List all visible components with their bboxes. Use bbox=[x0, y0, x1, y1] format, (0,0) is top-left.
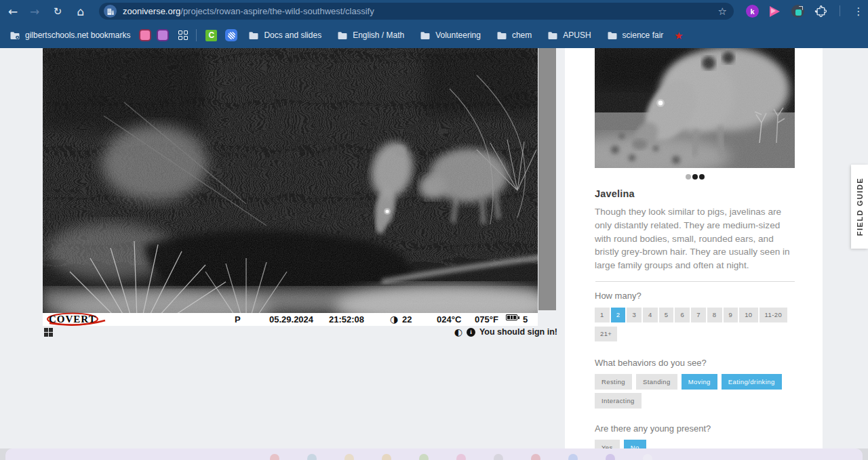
record-square-icon bbox=[795, 9, 802, 16]
panel-divider bbox=[595, 281, 795, 282]
how-many-option-5[interactable]: 5 bbox=[659, 308, 674, 322]
bookmark-label: English / Math bbox=[353, 30, 404, 40]
carousel-dot-2[interactable] bbox=[692, 174, 698, 180]
bookmarks-root-folder[interactable]: gilbertschools.net bookmarks bbox=[9, 30, 130, 40]
shelf-app-icon[interactable] bbox=[270, 454, 279, 460]
screencast-extension-icon[interactable] bbox=[768, 5, 781, 18]
how-many-option-8[interactable]: 8 bbox=[707, 308, 722, 322]
shelf-app-icon[interactable] bbox=[419, 454, 429, 460]
how-many-option-10[interactable]: 10 bbox=[739, 308, 757, 322]
behavior-option-interacting[interactable]: Interacting bbox=[595, 393, 642, 409]
layout-grid-icon[interactable] bbox=[44, 328, 53, 337]
shelf-app-icon[interactable] bbox=[307, 454, 317, 460]
info-icon[interactable]: i bbox=[467, 328, 475, 337]
bookmarks-root-label: gilbertschools.net bookmarks bbox=[25, 30, 130, 40]
species-description: Though they look similar to pigs, javeli… bbox=[595, 205, 795, 272]
folder-icon bbox=[547, 31, 558, 40]
field-guide-label: FIELD GUIDE bbox=[856, 177, 864, 236]
subject-toolbar: ◐ i You should sign in! bbox=[43, 327, 557, 339]
behavior-option-moving[interactable]: Moving bbox=[682, 374, 717, 390]
bookmark-folder-volunteering[interactable]: Volunteering bbox=[420, 30, 481, 40]
pink-app-bookmark-icon[interactable] bbox=[139, 29, 151, 41]
question-young: Are there any young present? bbox=[595, 423, 795, 434]
bookmark-folder-english-math[interactable]: English / Math bbox=[337, 30, 404, 40]
how-many-option-2[interactable]: 2 bbox=[611, 308, 626, 322]
address-bar[interactable]: zooniverse.org/projects/rowan-aspire/the… bbox=[99, 3, 734, 20]
url-text[interactable]: zooniverse.org/projects/rowan-aspire/the… bbox=[123, 6, 374, 16]
folder-gear-icon bbox=[9, 31, 20, 40]
carousel-dot-3[interactable] bbox=[699, 174, 705, 180]
shelf-app-icon[interactable] bbox=[531, 454, 540, 460]
camera-osd-bar: COVERT P 05.29.2024 21:52:08 ◑ 22 024°C … bbox=[43, 313, 538, 326]
covert-logo: COVERT bbox=[45, 312, 147, 327]
field-guide-tab[interactable]: FIELD GUIDE bbox=[851, 165, 868, 249]
site-info-icon[interactable] bbox=[104, 5, 117, 18]
moon-phase-icon: ◑ bbox=[390, 314, 398, 325]
sign-in-message[interactable]: You should sign in! bbox=[479, 327, 557, 337]
home-icon[interactable]: ⌂ bbox=[71, 0, 91, 22]
apps-grid-icon[interactable] bbox=[178, 30, 188, 40]
browser-menu-icon[interactable]: ⋮ bbox=[849, 0, 868, 22]
folder-icon bbox=[248, 31, 259, 40]
question-how-many: How many? bbox=[595, 291, 795, 301]
forward-icon[interactable]: → bbox=[24, 0, 45, 22]
species-name: Javelina bbox=[595, 188, 795, 199]
how-many-option-6[interactable]: 6 bbox=[675, 308, 690, 322]
play-inner-icon bbox=[771, 8, 776, 14]
shelf-app-icon[interactable] bbox=[456, 454, 466, 460]
extensions-puzzle-icon[interactable] bbox=[814, 5, 827, 18]
camera-trap-photo[interactable]: COVERT P 05.29.2024 21:52:08 ◑ 22 024°C … bbox=[43, 48, 538, 326]
shelf-app-icon[interactable] bbox=[344, 454, 354, 460]
browser-toolbar: ← → ↻ ⌂ zooniverse.org/projects/rowan-as… bbox=[0, 0, 868, 22]
shelf-app-icon[interactable] bbox=[382, 454, 391, 460]
shelf-app-icon[interactable] bbox=[643, 454, 652, 460]
arrow-icon bbox=[799, 6, 803, 10]
purple-app-bookmark-icon[interactable] bbox=[157, 29, 169, 41]
bookmarks-separator bbox=[196, 29, 197, 41]
recorder-extension-icon[interactable] bbox=[791, 5, 804, 18]
behavior-option-resting[interactable]: Resting bbox=[595, 374, 632, 390]
shelf-app-icon[interactable] bbox=[494, 454, 503, 460]
bookmarks-bar: gilbertschools.net bookmarks C Docs and … bbox=[0, 22, 868, 48]
night-photo-image bbox=[43, 48, 538, 313]
how-many-option-11-20[interactable]: 11-20 bbox=[760, 308, 788, 322]
how-many-option-1[interactable]: 1 bbox=[595, 308, 610, 322]
how-many-option-9[interactable]: 9 bbox=[724, 308, 738, 322]
folder-icon bbox=[496, 31, 507, 40]
portal-bookmark-icon[interactable] bbox=[225, 29, 237, 41]
how-many-option-7[interactable]: 7 bbox=[691, 308, 706, 322]
bookmark-folder-apush[interactable]: APUSH bbox=[547, 30, 591, 40]
shelf-app-icon[interactable] bbox=[568, 454, 578, 460]
reload-icon[interactable]: ↻ bbox=[47, 0, 68, 22]
how-many-options: 1 2 3 4 5 6 7 8 9 10 11-20 21+ bbox=[595, 308, 798, 341]
bookmark-folder-docs[interactable]: Docs and slides bbox=[248, 30, 321, 40]
url-domain: zooniverse.org bbox=[123, 6, 180, 16]
behavior-option-eating-drinking[interactable]: Eating/drinking bbox=[722, 374, 782, 390]
how-many-option-4[interactable]: 4 bbox=[643, 308, 658, 322]
how-many-option-21plus[interactable]: 21+ bbox=[595, 327, 617, 341]
species-thumbnail[interactable] bbox=[595, 48, 795, 168]
carousel-dot-1[interactable] bbox=[686, 174, 691, 180]
bookmark-folder-science-fair[interactable]: science fair bbox=[607, 30, 664, 40]
back-icon[interactable]: ← bbox=[3, 0, 23, 22]
chromeos-shelf[interactable] bbox=[5, 448, 863, 460]
folder-icon bbox=[337, 31, 348, 40]
puzzle-icon bbox=[814, 5, 827, 18]
canvas-bookmark-icon[interactable]: C bbox=[205, 30, 217, 41]
question-behaviors: What behaviors do you see? bbox=[595, 358, 795, 368]
bookmark-label: chem bbox=[512, 30, 532, 40]
how-many-option-3[interactable]: 3 bbox=[627, 308, 642, 322]
sign-in-row: ◐ i You should sign in! bbox=[454, 327, 557, 337]
osd-temp-c: 024°C bbox=[437, 314, 461, 325]
invert-colors-icon[interactable]: ◐ bbox=[454, 327, 462, 337]
star-favicon-bookmark[interactable]: ★ ★ bbox=[674, 30, 686, 41]
osd-time: 21:52:08 bbox=[329, 314, 364, 325]
shelf-app-icon[interactable] bbox=[606, 454, 615, 460]
bookmark-star-icon[interactable]: ☆ bbox=[718, 5, 727, 18]
toolbar-separator bbox=[840, 5, 840, 16]
bookmark-folder-chem[interactable]: chem bbox=[496, 30, 532, 40]
star-icon: ★ bbox=[674, 30, 683, 42]
osd-date: 05.29.2024 bbox=[269, 314, 313, 325]
kami-extension-icon[interactable]: k bbox=[746, 5, 759, 18]
behavior-option-standing[interactable]: Standing bbox=[636, 374, 677, 390]
